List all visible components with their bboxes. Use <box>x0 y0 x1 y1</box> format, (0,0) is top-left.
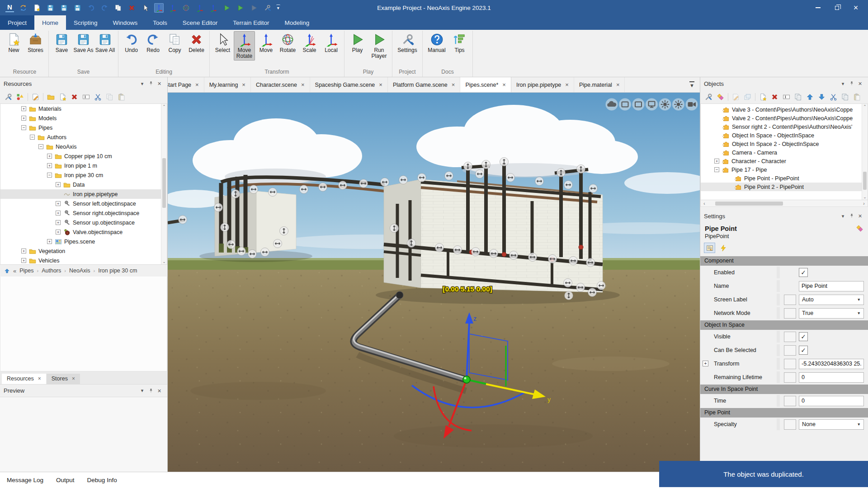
undo-icon[interactable] <box>86 3 96 13</box>
move-up-icon[interactable] <box>806 93 814 101</box>
properties-tab-icon[interactable] <box>704 243 715 253</box>
expander[interactable]: + <box>714 159 719 164</box>
default-value-box[interactable] <box>784 396 796 406</box>
pin-icon[interactable] <box>847 213 856 219</box>
tree-item-sensor-up[interactable]: +Sensor up.objectinspace <box>0 218 167 227</box>
close-icon[interactable]: × <box>452 81 455 88</box>
scale-button[interactable]: Scale <box>299 31 320 54</box>
tree-item-sensor-left[interactable]: +Sensor left.objectinspace <box>0 199 167 208</box>
tree-item-copper-pipe[interactable]: +Copper pipe 10 cm <box>0 151 167 161</box>
remaining-lifetime-field[interactable] <box>799 372 864 383</box>
object-item-valve-2[interactable]: Valve 2 - Content\Pipes\Authors\NeoAxis\… <box>701 114 868 122</box>
tab-tools[interactable]: Tools <box>145 15 175 30</box>
copy-icon[interactable] <box>841 93 849 101</box>
breadcrumb-iron-pipe-30cm[interactable]: Iron pipe 30 cm <box>98 267 137 274</box>
screen-label-select[interactable]: Auto▼ <box>799 295 864 305</box>
scroll-up-icon[interactable]: ⌃ <box>862 104 868 109</box>
breadcrumb-pipes[interactable]: Pipes <box>19 267 33 274</box>
tag-icon[interactable] <box>856 225 863 232</box>
scrollbar-thumb[interactable] <box>715 202 783 206</box>
default-value-box[interactable] <box>784 372 796 383</box>
move-tool-icon[interactable] <box>168 3 177 13</box>
delete-icon[interactable] <box>127 3 137 13</box>
enabled-checkbox[interactable]: ✓ <box>799 268 808 277</box>
doc-tab-start-page[interactable]: Start Page× <box>168 77 204 92</box>
expander[interactable]: + <box>47 239 52 244</box>
breadcrumb-neoaxis[interactable]: NeoAxis <box>69 267 90 274</box>
visible-checkbox[interactable]: ✓ <box>799 332 808 341</box>
tab-project[interactable]: Project <box>0 15 34 30</box>
tips-button[interactable]: Tips <box>449 31 470 54</box>
doc-tab-iron-pipe-pipetype[interactable]: Iron pipe.pipetype× <box>511 77 574 92</box>
viewport[interactable]: z y [0.00 5.15 0.00] <box>168 93 700 472</box>
paste-icon[interactable] <box>117 93 126 101</box>
tab-scripting[interactable]: Scripting <box>66 15 105 30</box>
tree-item-vegetation[interactable]: +Vegetation <box>0 246 167 256</box>
expander[interactable]: − <box>714 167 719 172</box>
breadcrumb-back[interactable]: « <box>13 267 16 274</box>
panel-menu-icon[interactable]: ▾ <box>839 81 847 87</box>
new-resource-icon[interactable] <box>32 3 42 13</box>
cut-icon[interactable] <box>94 93 102 101</box>
transform-field[interactable] <box>799 359 864 369</box>
scrollbar-thumb[interactable] <box>162 158 166 208</box>
doc-tab-platform-game[interactable]: Platform Game.scene× <box>388 77 460 92</box>
pin-icon[interactable] <box>146 81 155 86</box>
close-icon[interactable]: × <box>502 81 506 88</box>
select-button[interactable]: Select <box>212 31 233 54</box>
expander[interactable]: + <box>56 220 61 225</box>
display-mode-icon[interactable] <box>619 99 631 111</box>
save-all-icon[interactable] <box>73 3 82 13</box>
options-icon[interactable] <box>704 93 713 101</box>
default-value-box[interactable] <box>784 308 796 319</box>
rename-icon[interactable] <box>782 93 791 101</box>
section-curve-in-space-point[interactable]: Curve In Space Point <box>700 385 868 394</box>
expander[interactable]: + <box>47 154 52 159</box>
close-icon[interactable]: × <box>856 80 864 87</box>
tree-item-neoaxis[interactable]: −NeoAxis <box>0 142 167 151</box>
save-all-button[interactable]: Save All <box>94 31 116 54</box>
save-as-icon[interactable] <box>59 3 69 13</box>
filter-icon[interactable] <box>16 93 24 101</box>
scale-tool-icon[interactable] <box>195 3 204 13</box>
section-pipe-point[interactable]: Pipe Point <box>700 408 868 418</box>
select-tool-icon[interactable] <box>141 3 150 13</box>
tree-item-sensor-right[interactable]: +Sensor right.objectinspace <box>0 208 167 218</box>
tab-scene-editor[interactable]: Scene Editor <box>175 15 225 30</box>
new-object-icon[interactable] <box>759 93 767 101</box>
doc-tab-spaceship-game[interactable]: Spaceship Game.scene× <box>310 77 388 92</box>
object-item-character[interactable]: +Character - Character <box>701 157 868 165</box>
tree-item-pipes[interactable]: −Pipes <box>0 123 167 132</box>
tab-debug-info[interactable]: Debug Info <box>87 477 117 483</box>
tab-resources[interactable]: Resources× <box>2 374 46 384</box>
expander[interactable]: + <box>21 249 26 253</box>
camera-icon[interactable] <box>686 99 698 111</box>
panel-menu-icon[interactable]: ▾ <box>839 213 847 219</box>
object-item-pipe-17[interactable]: −Pipe 17 - Pipe <box>701 165 868 174</box>
object-item-sensor-right-2[interactable]: Sensor right 2 - Content\Pipes\Authors\N… <box>701 122 868 131</box>
close-icon[interactable]: × <box>856 212 864 220</box>
expander[interactable]: + <box>56 201 61 206</box>
section-object-in-space[interactable]: Object In Space <box>700 320 868 330</box>
new-folder-icon[interactable] <box>47 93 55 101</box>
viewport-3d-scene[interactable]: z y [0.00 5.15 0.00] <box>168 93 700 472</box>
up-level-icon[interactable] <box>4 268 10 274</box>
close-icon[interactable]: × <box>301 81 305 88</box>
tab-windows[interactable]: Windows <box>105 15 146 30</box>
tree-item-iron-pipe-pipetype[interactable]: Iron pipe.pipetype <box>0 189 167 199</box>
save-as-button[interactable]: Save As <box>73 31 94 54</box>
tag-icon[interactable] <box>716 93 725 101</box>
delete-icon[interactable] <box>770 93 779 101</box>
move-rotate-button[interactable]: Move Rotate <box>234 31 255 61</box>
object-item-pipe-point-2[interactable]: Pipe Point 2 - PipePoint <box>701 183 868 191</box>
cut-icon[interactable] <box>829 93 838 101</box>
undo-button[interactable]: Undo <box>121 31 142 54</box>
sun-icon[interactable] <box>672 99 684 111</box>
close-icon[interactable]: × <box>72 375 75 382</box>
close-icon[interactable]: × <box>155 80 164 87</box>
expander[interactable]: + <box>56 182 61 187</box>
object-item-object-in-space-2[interactable]: Object In Space 2 - ObjectInSpace <box>701 140 868 148</box>
tree-item-pipes-scene[interactable]: +Pipes.scene <box>0 237 167 246</box>
object-item-camera[interactable]: Camera - Camera <box>701 148 868 157</box>
close-icon[interactable]: × <box>242 81 245 88</box>
